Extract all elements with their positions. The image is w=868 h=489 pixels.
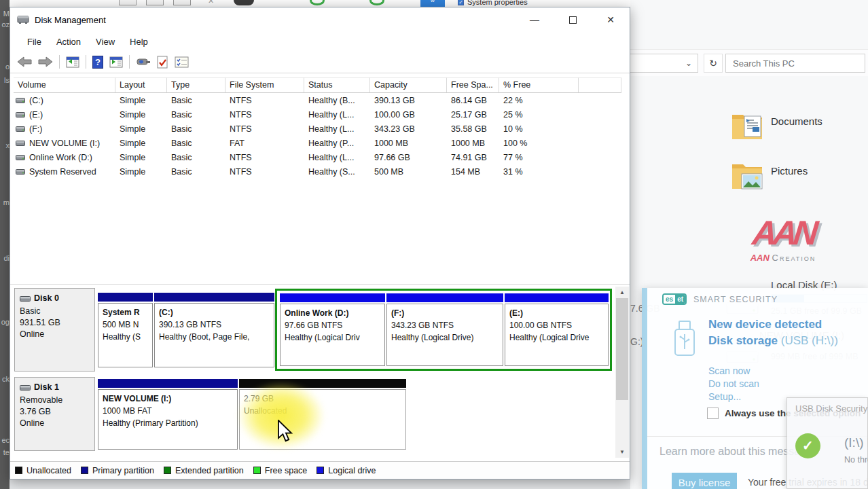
documents-folder-icon[interactable]: [731, 111, 765, 142]
search-box[interactable]: [725, 54, 865, 73]
column-free-space[interactable]: Free Spa...: [447, 77, 499, 92]
menu-help[interactable]: Help: [122, 34, 156, 50]
ribbon-icon-fragment: [146, 0, 164, 5]
forward-button[interactable]: [38, 56, 53, 67]
column-extra: [579, 77, 621, 92]
disk-icon: [20, 384, 31, 391]
volume-name: (C:): [29, 96, 43, 105]
volume-name: (E:): [29, 110, 43, 120]
table-row[interactable]: Online Work (D:) SimpleBasicNTFSHealthy …: [14, 150, 621, 164]
scrollbar-thumb[interactable]: [616, 298, 628, 400]
scroll-up-icon[interactable]: ▲: [615, 287, 629, 298]
pictures-label[interactable]: Pictures: [771, 165, 808, 177]
refresh-icon[interactable]: ↻: [704, 54, 723, 73]
volume-list-header: Volume Layout Type File System Status Ca…: [14, 77, 621, 93]
legend-swatch-free: [253, 467, 261, 474]
edge-text-fragment: ec: [1, 436, 10, 444]
maximize-icon: [569, 16, 577, 24]
table-row[interactable]: (F:) SimpleBasicNTFSHealthy (L...343.23 …: [14, 122, 621, 136]
menu-file[interactable]: File: [20, 34, 49, 50]
legend-label: Extended partition: [175, 466, 244, 475]
volume-name: Online Work (D:): [29, 153, 92, 162]
column-status[interactable]: Status: [304, 77, 370, 92]
toolbar: ?: [10, 51, 630, 73]
eset-product-name: SMART SECURITY: [693, 295, 778, 304]
chevron-down-icon[interactable]: ⌄: [685, 58, 692, 68]
properties-list-button[interactable]: [175, 56, 189, 68]
graph-scrollbar[interactable]: ▲ ▼: [615, 287, 629, 458]
do-not-scan-link[interactable]: Do not scan: [708, 378, 759, 389]
setup-link[interactable]: Setup...: [708, 391, 741, 402]
minimize-button[interactable]: —: [516, 7, 554, 32]
ribbon-icon-fragment: ✕: [208, 0, 214, 5]
pictures-folder-icon[interactable]: [731, 160, 765, 192]
column-capacity[interactable]: Capacity: [370, 77, 447, 92]
partition-c[interactable]: (C:)390.13 GB NTFSHealthy (Boot, Page Fi…: [154, 293, 274, 367]
ribbon-icon-fragment: w: [420, 0, 445, 7]
volume-list: Volume Layout Type File System Status Ca…: [14, 77, 621, 179]
partition-new-volume-i[interactable]: NEW VOLUME (I:)1000 MB FATHealthy (Prima…: [98, 379, 238, 450]
disk0-row: Disk 0 Basic 931.51 GB Online System R50…: [10, 288, 630, 372]
edge-text-fragment: M: [3, 10, 10, 18]
eset-title: New device detected: [708, 318, 822, 331]
scroll-down-icon[interactable]: ▼: [615, 446, 629, 458]
legend-label: Logical drive: [328, 466, 376, 475]
table-row[interactable]: NEW VOLUME (I:) SimpleBasicFATHealthy (P…: [14, 136, 621, 150]
volume-name: NEW VOLUME (I:): [29, 139, 100, 148]
partition-f[interactable]: (F:)343.23 GB NTFSHealthy (Logical Drive…: [386, 293, 503, 366]
primary-partition-bar: [98, 293, 153, 302]
disk1-kind: Removable: [20, 395, 90, 406]
menu-action[interactable]: Action: [49, 34, 88, 50]
disk0-state: Online: [20, 329, 90, 340]
legend-label: Free space: [265, 466, 308, 475]
disk0-label[interactable]: Disk 0 Basic 931.51 GB Online: [14, 288, 95, 372]
always-use-checkbox[interactable]: [707, 408, 719, 419]
eset-subtitle-bold: Disk storage: [708, 334, 778, 347]
column-pct-free[interactable]: % Free: [499, 77, 579, 92]
volume-icon: [16, 97, 25, 104]
usb-security-subline: No threa: [844, 455, 868, 465]
volume-icon: [16, 154, 25, 161]
column-volume[interactable]: Volume: [14, 77, 115, 92]
volume-icon: [16, 140, 25, 147]
eset-logo-left: es: [664, 295, 675, 304]
legend-swatch-extended: [164, 467, 171, 474]
menu-view[interactable]: View: [88, 34, 122, 50]
legend-label: Unallocated: [26, 466, 71, 475]
disk0-size: 931.51 GB: [20, 317, 90, 329]
close-button[interactable]: ✕: [592, 7, 630, 32]
disk1-label[interactable]: Disk 1 Removable 3.76 GB Online: [14, 377, 95, 451]
volume-icon: [16, 111, 25, 118]
check-document-button[interactable]: [157, 56, 168, 69]
disk0-name: Disk 0: [34, 293, 59, 304]
table-row[interactable]: System Reserved SimpleBasicNTFSHealthy (…: [14, 164, 621, 179]
table-row[interactable]: (E:) SimpleBasicNTFSHealthy (L...100.00 …: [14, 107, 621, 122]
eset-logo-right: et: [675, 295, 685, 304]
back-button[interactable]: [17, 56, 32, 67]
toolbar-separator: [86, 55, 86, 69]
usb-security-headline: (I:\) N: [844, 435, 868, 450]
column-layout[interactable]: Layout: [115, 77, 167, 92]
partition-d[interactable]: Online Work (D:)97.66 GB NTFSHealthy (Lo…: [280, 293, 385, 366]
scan-now-link[interactable]: Scan now: [708, 365, 750, 376]
partition-e[interactable]: (E:)100.00 GB NTFSHealthy (Logical Drive: [505, 293, 609, 366]
buy-license-button[interactable]: Buy license: [672, 473, 737, 489]
safe-check-icon: ✓: [795, 433, 820, 458]
logical-drive-bar: [386, 293, 503, 302]
logical-drive-bar: [505, 293, 609, 302]
help-button[interactable]: ?: [92, 56, 103, 69]
export-console-button[interactable]: [136, 56, 151, 67]
documents-label[interactable]: Documents: [771, 115, 822, 127]
maximize-button[interactable]: [554, 7, 592, 32]
edge-text-fragment: og: [1, 318, 10, 326]
action-pane-button[interactable]: [109, 56, 123, 68]
table-row[interactable]: (C:) SimpleBasicNTFSHealthy (B...390.13 …: [14, 93, 621, 107]
console-tree-button[interactable]: [66, 56, 79, 68]
volume-name: (F:): [29, 124, 42, 134]
partition-system-reserved[interactable]: System R500 MB NHealthy (S: [98, 293, 153, 367]
column-file-system[interactable]: File System: [225, 77, 304, 92]
search-input[interactable]: [726, 54, 865, 72]
legend-swatch-logical: [317, 467, 324, 474]
column-type[interactable]: Type: [167, 77, 225, 92]
system-properties-button[interactable]: ✓ System properties: [458, 0, 528, 6]
